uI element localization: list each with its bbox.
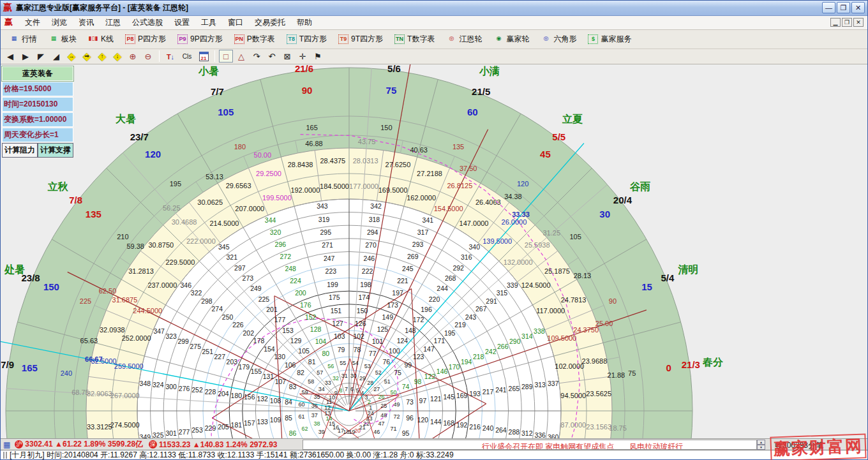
- 9p-square-icon: P9: [177, 34, 188, 44]
- svg-text:223: 223: [326, 267, 337, 275]
- restore-button[interactable]: ❐: [837, 2, 850, 13]
- menu-item-1[interactable]: 浏览: [46, 16, 73, 29]
- svg-text:50.00: 50.00: [254, 151, 272, 159]
- triangle-down-tool-button[interactable]: ◢: [49, 50, 63, 63]
- svg-text:47: 47: [378, 420, 384, 427]
- zoom-in-tool-button[interactable]: ⊕: [126, 50, 140, 63]
- menu-item-7[interactable]: 窗口: [222, 16, 249, 29]
- toolbar-button-p-square[interactable]: P8P四方形: [121, 31, 170, 47]
- svg-text:31.25: 31.25: [543, 228, 561, 236]
- forward-tool-button[interactable]: ▶: [19, 50, 33, 63]
- svg-text:192: 192: [456, 421, 468, 429]
- svg-text:60: 60: [298, 401, 304, 407]
- coefficient-field[interactable]: 变换系数=1.00000: [2, 112, 73, 127]
- svg-text:100: 100: [389, 347, 400, 355]
- mdi-minimize-button[interactable]: ▁: [830, 18, 841, 27]
- menu-item-2[interactable]: 资讯: [73, 16, 100, 29]
- quote-grid-icon[interactable]: ▦: [3, 440, 10, 449]
- close-button[interactable]: ✕: [851, 2, 865, 13]
- toolbar-button-t-table[interactable]: TNT数字表: [390, 31, 439, 47]
- toolbar-button-9t-square[interactable]: T99T四方形: [334, 31, 387, 47]
- pin-tool-button[interactable]: ⚑: [311, 50, 325, 63]
- box-x-tool-button[interactable]: ⊠: [280, 50, 294, 63]
- svg-text:26: 26: [378, 394, 384, 400]
- diamond-right-tool-button[interactable]: ◆→: [64, 50, 79, 63]
- cls-tool-button[interactable]: Cls: [179, 50, 195, 63]
- mdi-restore-button[interactable]: ❐: [842, 18, 852, 27]
- diamond-right-2-tool-button[interactable]: ◆⇒: [80, 50, 94, 63]
- svg-text:82: 82: [297, 369, 304, 376]
- zoom-out-tool-button[interactable]: ⊖: [141, 50, 155, 63]
- toolbar-button-gann-wheel[interactable]: ◎江恩轮: [442, 31, 486, 47]
- news-ticker[interactable]: 行业盛会召开在即 家电触网有望成焦点 风电拉动玻纤行: [303, 440, 757, 450]
- svg-text:210: 210: [117, 233, 128, 241]
- svg-text:274.5000: 274.5000: [110, 421, 140, 429]
- rotate-cw-tool-button[interactable]: ↷: [250, 50, 264, 63]
- svg-text:53: 53: [364, 363, 371, 369]
- triangle-up-tool-button[interactable]: ◤: [34, 50, 48, 63]
- toolbar-button-p-table[interactable]: PNP数字表: [230, 31, 280, 47]
- svg-text:150: 150: [357, 306, 368, 314]
- step-field[interactable]: 周天变化步长=1: [2, 128, 73, 142]
- minimize-button[interactable]: —: [822, 2, 835, 13]
- gann-wheel-chart[interactable]: 1234567891011121314151617181920212223242…: [1, 64, 867, 438]
- toolbar-label: P四方形: [138, 34, 166, 45]
- menu-item-9[interactable]: 帮助: [291, 16, 318, 29]
- svg-text:55: 55: [340, 360, 346, 366]
- menu-item-3[interactable]: 江恩: [100, 16, 126, 29]
- svg-text:294: 294: [367, 228, 378, 236]
- svg-text:24: 24: [368, 410, 374, 417]
- svg-text:34.38: 34.38: [504, 193, 522, 200]
- shenzhen-index[interactable]: 11533.23 ▲140.83 1.24% 2972.93: [159, 440, 277, 449]
- svg-text:126: 126: [355, 320, 366, 327]
- mdi-close-button[interactable]: ✕: [853, 18, 864, 27]
- svg-text:21.88: 21.88: [608, 371, 625, 379]
- svg-text:195: 195: [444, 329, 456, 337]
- sort-t-tool-button[interactable]: T↓: [163, 50, 177, 63]
- toolbar-button-winner-wheel[interactable]: ◉赢家轮: [489, 31, 534, 47]
- stock-name: 蓝英装备: [2, 66, 73, 81]
- toolbar-button-quotes-grid[interactable]: ▦行情: [4, 31, 41, 47]
- shanghai-index[interactable]: 3302.41 ▲61.22 1.89% 3599.28亿: [25, 439, 143, 450]
- t-table-icon: TN: [394, 34, 405, 44]
- triangle-tool-tool-button[interactable]: △: [234, 50, 248, 63]
- winner-service-icon: $: [588, 34, 598, 44]
- svg-text:106: 106: [285, 361, 296, 369]
- svg-text:29.6563: 29.6563: [226, 182, 251, 189]
- svg-text:177.0000: 177.0000: [349, 182, 378, 189]
- menu-item-6[interactable]: 工具: [195, 16, 222, 29]
- toolbar-button-kline[interactable]: ▮▯▮K线: [84, 31, 118, 47]
- diamond-up-tool-button[interactable]: ◆↑: [95, 50, 109, 63]
- diamond-down-tool-button[interactable]: ◆↓: [110, 50, 124, 63]
- svg-text:32.0938: 32.0938: [100, 326, 125, 334]
- menu-item-4[interactable]: 公式选股: [126, 16, 168, 29]
- calc-support-button[interactable]: 计算支撑: [38, 143, 73, 158]
- toolbar-button-blocks[interactable]: ▦板块: [44, 31, 81, 47]
- menu-item-0[interactable]: 文件: [19, 16, 46, 29]
- price-field[interactable]: 价格=19.5000: [2, 82, 73, 96]
- toolbar-button-9p-square[interactable]: P99P四方形: [173, 31, 227, 47]
- svg-text:252: 252: [191, 386, 203, 394]
- date-field[interactable]: 时间=20150130: [2, 97, 73, 112]
- svg-text:319: 319: [318, 215, 330, 223]
- svg-text:154.5000: 154.5000: [434, 205, 463, 212]
- rotate-ccw-tool-button[interactable]: ↶: [265, 50, 279, 63]
- svg-text:277: 277: [179, 428, 190, 436]
- fit-tool-button[interactable]: ✛: [296, 50, 310, 63]
- svg-text:25.00: 25.00: [595, 320, 613, 327]
- svg-text:5/6: 5/6: [387, 64, 401, 74]
- back-tool-button[interactable]: ◀: [3, 50, 17, 63]
- square-tool-tool-button[interactable]: □: [219, 50, 233, 63]
- calc-resistance-button[interactable]: 计算阻力: [2, 143, 38, 158]
- toolbar-button-hexagon[interactable]: ◎六角形: [536, 31, 581, 47]
- svg-text:45: 45: [540, 149, 551, 160]
- svg-text:60: 60: [467, 107, 478, 117]
- toolbar-button-t-square[interactable]: T8T四方形: [282, 31, 331, 47]
- menu-item-5[interactable]: 设置: [168, 16, 195, 29]
- svg-text:152: 152: [305, 313, 317, 321]
- calendar-21-tool-button[interactable]: 21: [197, 50, 211, 63]
- svg-text:273: 273: [243, 274, 254, 282]
- ticker-spinner[interactable]: ▲▼: [757, 440, 765, 450]
- menu-item-8[interactable]: 交易委托: [249, 16, 291, 29]
- toolbar-button-winner-service[interactable]: $赢家服务: [583, 31, 636, 47]
